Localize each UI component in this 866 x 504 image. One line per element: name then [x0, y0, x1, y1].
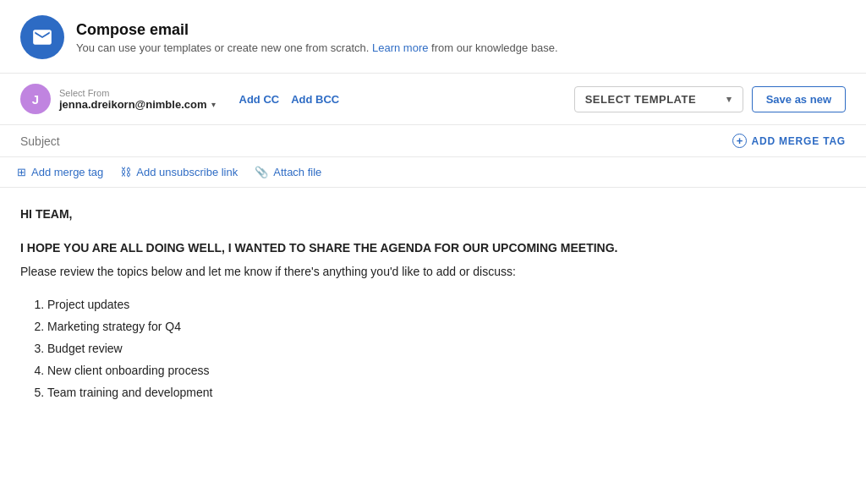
learn-more-link[interactable]: Learn more	[372, 41, 428, 54]
avatar: J	[20, 84, 51, 114]
link-icon: ⛓	[120, 166, 131, 178]
compose-toolbar: J Select From jenna.dreikorn@nimble.com …	[0, 74, 866, 125]
page-description: You can use your templates or create new…	[76, 41, 558, 54]
unsubscribe-label: Add unsubscribe link	[136, 166, 238, 178]
attach-icon: 📎	[255, 166, 268, 178]
compose-header: Compose email You can use your templates…	[0, 0, 866, 74]
cc-bcc-group: Add CC Add BCC	[239, 93, 340, 106]
from-chevron-icon: ▾	[211, 100, 216, 109]
add-cc-link[interactable]: Add CC	[239, 93, 280, 106]
list-item: Budget review	[47, 339, 846, 359]
list-item: Project updates	[47, 295, 846, 315]
list-item: Marketing strategy for Q4	[47, 317, 846, 337]
page-title: Compose email	[76, 21, 558, 39]
add-merge-tag-label: ADD MERGE TAG	[751, 135, 846, 147]
from-label: Select From	[59, 88, 216, 98]
attach-label: Attach file	[273, 166, 321, 178]
email-body: HI TEAM, I HOPE YOU ARE ALL DOING WELL, …	[0, 188, 866, 421]
editor-toolbar: ⊞ Add merge tag ⛓ Add unsubscribe link 📎…	[0, 157, 866, 188]
email-intro-bold: I HOPE YOU ARE ALL DOING WELL, I WANTED …	[20, 241, 618, 255]
list-item: New client onboarding process	[47, 361, 846, 381]
from-email: jenna.dreikorn@nimble.com	[59, 98, 207, 111]
email-sub-intro: Please review the topics below and let m…	[20, 262, 846, 282]
merge-tag-label: Add merge tag	[31, 166, 103, 178]
from-selector[interactable]: J Select From jenna.dreikorn@nimble.com …	[20, 84, 216, 114]
add-bcc-link[interactable]: Add BCC	[291, 93, 339, 106]
select-template-dropdown[interactable]: SELECT TEMPLATE ▾	[574, 86, 743, 112]
add-merge-tag-toolbar-btn[interactable]: ⊞ Add merge tag	[17, 166, 103, 178]
template-select-label: SELECT TEMPLATE	[585, 93, 696, 106]
save-as-new-button[interactable]: Save as new	[752, 86, 846, 112]
subject-input[interactable]	[20, 134, 732, 148]
attach-file-btn[interactable]: 📎 Attach file	[255, 166, 321, 178]
email-greeting: HI TEAM,	[20, 205, 846, 225]
merge-plus-icon: +	[732, 134, 747, 148]
email-list: Project updatesMarketing strategy for Q4…	[20, 295, 846, 403]
template-chevron-icon: ▾	[726, 94, 732, 105]
list-item: Team training and development	[47, 383, 846, 403]
add-merge-tag-button[interactable]: + ADD MERGE TAG	[732, 134, 846, 148]
email-icon	[20, 15, 64, 59]
header-text: Compose email You can use your templates…	[76, 21, 558, 54]
merge-tag-icon: ⊞	[17, 166, 26, 178]
email-intro: I HOPE YOU ARE ALL DOING WELL, I WANTED …	[20, 238, 846, 259]
subject-row: + ADD MERGE TAG	[0, 125, 866, 157]
unsubscribe-link-btn[interactable]: ⛓ Add unsubscribe link	[120, 166, 238, 178]
